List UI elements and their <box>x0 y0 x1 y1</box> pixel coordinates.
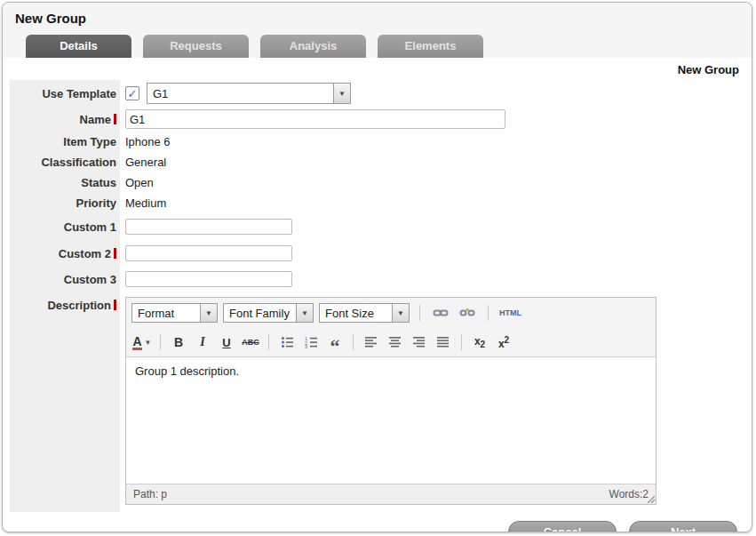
bullet-list-icon <box>281 336 294 348</box>
chevron-down-icon[interactable] <box>333 84 350 103</box>
custom1-label: Custom 1 <box>64 220 116 234</box>
font-color-icon: A <box>132 335 141 350</box>
required-marker <box>114 114 116 124</box>
subscript-icon: x2 <box>474 335 485 349</box>
italic-button[interactable]: I <box>192 332 213 353</box>
resize-grip-icon[interactable] <box>646 494 655 503</box>
tab-requests[interactable]: Requests <box>143 35 249 58</box>
chevron-down-icon[interactable] <box>296 304 313 322</box>
page-title: New Group <box>15 11 739 26</box>
tab-elements[interactable]: Elements <box>378 35 483 58</box>
name-field[interactable] <box>125 109 505 129</box>
priority-row: Priority Medium <box>10 193 752 213</box>
custom3-row: Custom 3 <box>10 267 752 292</box>
section-title: New Group <box>3 58 752 80</box>
align-left-button[interactable] <box>361 332 382 353</box>
tab-analysis[interactable]: Analysis <box>260 35 366 58</box>
align-justify-icon <box>437 337 450 348</box>
description-label: Description <box>47 299 111 312</box>
blockquote-button[interactable]: “ <box>324 332 346 353</box>
remove-link-button[interactable] <box>457 302 478 324</box>
bold-button[interactable]: B <box>168 332 189 353</box>
bold-icon: B <box>174 335 183 349</box>
numbered-list-button[interactable]: 1 2 3 <box>300 332 322 353</box>
align-justify-button[interactable] <box>433 332 454 353</box>
link-icon <box>433 307 449 319</box>
template-select[interactable]: G1 <box>147 83 351 104</box>
editor-toolbar-row2: A ▼ B I U ABC <box>126 328 656 357</box>
custom2-label: Custom 2 <box>59 247 111 260</box>
details-form: Use Template G1 Name Item Type Iphone 6 … <box>10 80 752 512</box>
cancel-button[interactable]: Cancel <box>508 521 617 532</box>
tab-details[interactable]: Details <box>26 35 131 58</box>
bullet-list-button[interactable] <box>276 332 298 353</box>
name-row: Name <box>10 107 752 132</box>
italic-icon: I <box>200 335 204 349</box>
description-row: Description Format Font Family <box>10 292 752 512</box>
blockquote-icon: “ <box>330 334 340 350</box>
editor-word-count: Words:2 <box>609 488 649 500</box>
use-template-row: Use Template G1 <box>10 80 752 107</box>
format-select[interactable]: Format <box>131 303 218 323</box>
priority-value: Medium <box>125 196 166 210</box>
description-editor-body[interactable]: Group 1 description. <box>126 357 656 484</box>
footer-actions: Cancel Next <box>3 512 752 532</box>
next-button[interactable]: Next <box>629 521 737 532</box>
template-select-value: G1 <box>147 84 333 103</box>
font-color-button[interactable]: A ▼ <box>131 332 153 353</box>
use-template-label: Use Template <box>42 87 116 100</box>
svg-text:3: 3 <box>305 344 307 348</box>
custom1-row: Custom 1 <box>10 213 752 240</box>
editor-toolbar-row1: Format Font Family Font Size <box>126 298 656 328</box>
custom3-field[interactable] <box>125 271 292 287</box>
custom2-field[interactable] <box>125 245 292 261</box>
classification-value: General <box>125 156 166 169</box>
insert-link-button[interactable] <box>430 302 451 324</box>
unlink-icon <box>459 307 475 319</box>
item-type-row: Item Type Iphone 6 <box>10 132 752 152</box>
chevron-down-icon[interactable] <box>392 304 409 322</box>
underline-icon: U <box>222 336 230 349</box>
required-marker <box>114 248 116 259</box>
align-right-icon <box>413 337 426 348</box>
custom1-field[interactable] <box>125 219 292 235</box>
window-header: New Group <box>3 3 752 26</box>
underline-button[interactable]: U <box>216 332 237 353</box>
chevron-down-icon: ▼ <box>145 339 152 347</box>
priority-label: Priority <box>76 196 116 210</box>
item-type-value: Iphone 6 <box>125 135 171 148</box>
font-family-select[interactable]: Font Family <box>223 303 314 323</box>
use-template-checkbox[interactable] <box>125 86 139 100</box>
align-right-button[interactable] <box>409 332 430 353</box>
editor-status-bar: Path: p Words:2 <box>126 484 656 504</box>
align-center-icon <box>389 337 402 348</box>
custom3-label: Custom 3 <box>64 273 116 286</box>
strikethrough-icon: ABC <box>242 338 259 347</box>
item-type-label: Item Type <box>63 135 116 148</box>
rich-text-editor: Format Font Family Font Size <box>125 297 657 505</box>
status-value: Open <box>125 176 154 189</box>
strikethrough-button[interactable]: ABC <box>240 332 261 353</box>
chevron-down-icon[interactable] <box>200 304 217 322</box>
custom2-row: Custom 2 <box>10 240 752 267</box>
classification-label: Classification <box>41 156 116 169</box>
classification-row: Classification General <box>10 152 752 172</box>
subscript-button[interactable]: x2 <box>469 332 490 353</box>
align-center-button[interactable] <box>385 332 406 353</box>
html-icon: HTML <box>499 308 521 317</box>
new-group-window: New Group Details Requests Analysis Elem… <box>2 2 752 532</box>
status-row: Status Open <box>10 172 752 193</box>
html-source-button[interactable]: HTML <box>498 302 522 324</box>
name-label: Name <box>80 113 111 126</box>
font-size-select[interactable]: Font Size <box>319 303 410 323</box>
required-marker <box>114 300 116 310</box>
tab-bar: Details Requests Analysis Elements <box>3 26 752 58</box>
editor-path: Path: p <box>133 488 167 500</box>
status-label: Status <box>81 176 116 189</box>
align-left-icon <box>365 337 378 348</box>
superscript-icon: x2 <box>498 335 509 350</box>
superscript-button[interactable]: x2 <box>493 332 514 353</box>
numbered-list-icon: 1 2 3 <box>305 336 318 348</box>
